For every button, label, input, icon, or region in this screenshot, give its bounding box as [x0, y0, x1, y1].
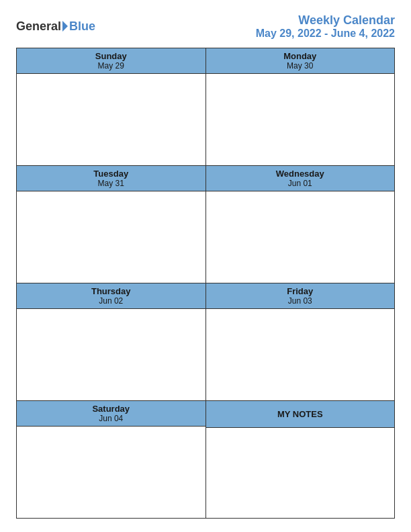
friday-day-name: Friday: [208, 286, 394, 296]
monday-date: May 30: [208, 61, 394, 71]
wednesday-day-name: Wednesday: [208, 169, 394, 179]
cell-friday-header: Friday Jun 03: [206, 283, 395, 309]
notes-body: [206, 428, 395, 518]
cell-monday: Monday May 30: [206, 48, 395, 165]
cell-notes: MY NOTES: [206, 401, 395, 518]
sunday-day-name: Sunday: [18, 51, 204, 61]
wednesday-body: [206, 191, 395, 283]
monday-body: [206, 74, 395, 165]
cell-wednesday-header: Wednesday Jun 01: [206, 166, 395, 191]
cell-monday-header: Monday May 30: [206, 48, 395, 74]
tuesday-body: [17, 191, 205, 283]
cell-sunday: Sunday May 29: [17, 48, 206, 165]
cell-saturday: Saturday Jun 04: [17, 401, 206, 518]
cell-saturday-header: Saturday Jun 04: [17, 401, 205, 427]
friday-body: [206, 309, 395, 400]
cell-sunday-header: Sunday May 29: [17, 48, 205, 74]
thursday-date: Jun 02: [18, 296, 204, 306]
monday-day-name: Monday: [208, 51, 394, 61]
date-range: May 29, 2022 - June 4, 2022: [256, 28, 395, 40]
saturday-body: [17, 427, 205, 518]
cell-friday: Friday Jun 03: [206, 283, 395, 400]
cell-wednesday: Wednesday Jun 01: [206, 166, 395, 283]
saturday-day-name: Saturday: [18, 404, 204, 414]
logo: General Blue: [16, 19, 95, 34]
header-right: Weekly Calendar May 29, 2022 - June 4, 2…: [256, 13, 395, 40]
wednesday-date: Jun 01: [208, 179, 394, 188]
calendar-grid: Sunday May 29 Monday May 30 Tuesday May …: [16, 48, 395, 519]
logo-general-text: General: [16, 19, 61, 34]
cell-notes-header: MY NOTES: [206, 401, 395, 428]
cell-tuesday: Tuesday May 31: [17, 166, 206, 283]
saturday-date: Jun 04: [18, 414, 204, 423]
logo-triangle-icon: [62, 21, 68, 32]
sunday-date: May 29: [18, 61, 204, 71]
cell-thursday-header: Thursday Jun 02: [17, 283, 205, 309]
calendar-title: Weekly Calendar: [256, 13, 395, 28]
friday-date: Jun 03: [208, 296, 394, 306]
logo-blue-text: Blue: [69, 19, 95, 34]
thursday-day-name: Thursday: [18, 286, 204, 296]
sunday-body: [17, 74, 205, 165]
tuesday-day-name: Tuesday: [18, 169, 204, 179]
page: General Blue Weekly Calendar May 29, 202…: [0, 0, 411, 532]
thursday-body: [17, 309, 205, 400]
notes-label: MY NOTES: [277, 409, 323, 419]
tuesday-date: May 31: [18, 179, 204, 188]
header: General Blue Weekly Calendar May 29, 202…: [16, 13, 395, 40]
cell-thursday: Thursday Jun 02: [17, 283, 206, 400]
cell-tuesday-header: Tuesday May 31: [17, 166, 205, 191]
